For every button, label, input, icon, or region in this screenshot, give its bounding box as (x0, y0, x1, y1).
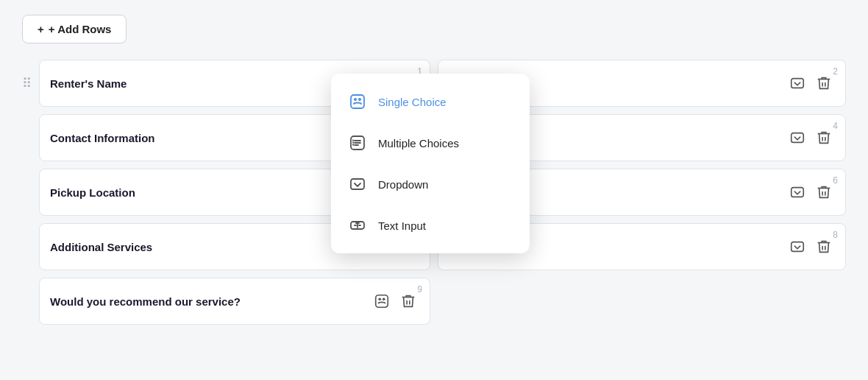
menu-item-single-choice[interactable]: Single Choice (331, 81, 530, 122)
svg-rect-19 (351, 95, 364, 108)
main-container: + + Add Rows ⠿ 1 Renter's Name (0, 0, 868, 347)
svg-rect-26 (351, 179, 364, 189)
svg-point-20 (354, 98, 357, 101)
field-actions-4 (786, 127, 835, 149)
field-number-2: 2 (833, 66, 838, 77)
svg-rect-7 (791, 133, 804, 143)
menu-label-text-input: Text Input (378, 219, 426, 232)
svg-point-18 (383, 298, 385, 300)
svg-rect-23 (352, 140, 354, 141)
svg-point-21 (358, 98, 361, 101)
delete-btn-8[interactable] (813, 236, 835, 258)
delete-btn-6[interactable] (813, 181, 835, 203)
type-dropdown-menu: Single Choice Multiple Choices (331, 74, 530, 253)
menu-label-single-choice: Single Choice (378, 96, 447, 108)
multiple-choices-icon (347, 133, 368, 153)
text-input-icon (347, 215, 368, 236)
field-label-7: Additional Services (50, 241, 365, 253)
plus-icon: + (38, 23, 44, 35)
menu-label-multiple-choices: Multiple Choices (378, 137, 459, 149)
field-label-1: Renter's Name (50, 77, 365, 90)
add-rows-label: + Add Rows (49, 23, 112, 35)
field-number-8: 8 (833, 230, 838, 240)
row-pair-5: ⠿ 9 Would you recommend our service? (22, 278, 846, 325)
field-type-btn-9[interactable] (371, 290, 393, 312)
svg-point-17 (378, 298, 381, 300)
delete-btn-4[interactable] (813, 127, 835, 149)
svg-rect-16 (376, 295, 388, 308)
field-card-9: 9 Would you recommend our service? (39, 278, 430, 325)
field-number-6: 6 (833, 175, 838, 186)
add-rows-button[interactable]: + + Add Rows (22, 15, 127, 43)
menu-item-multiple-choices[interactable]: Multiple Choices (331, 122, 530, 163)
field-number-4: 4 (833, 121, 838, 131)
field-number-9: 9 (417, 284, 422, 295)
field-actions-2 (786, 72, 835, 94)
svg-rect-15 (791, 242, 804, 252)
field-type-btn-6[interactable] (786, 181, 808, 203)
field-type-btn-8[interactable] (786, 236, 808, 258)
dropdown-icon (347, 174, 368, 194)
field-actions-9 (371, 290, 419, 312)
menu-item-text-input[interactable]: Text Input (331, 205, 530, 246)
field-type-btn-4[interactable] (786, 127, 808, 149)
field-actions-8 (786, 236, 835, 258)
svg-rect-25 (352, 144, 354, 146)
single-choice-icon (347, 91, 368, 112)
field-label-5: Pickup Location (50, 186, 365, 199)
menu-item-dropdown[interactable]: Dropdown (331, 163, 530, 205)
field-actions-6 (786, 181, 835, 203)
drag-handle-1[interactable]: ⠿ (22, 75, 30, 91)
svg-rect-11 (791, 188, 804, 197)
delete-btn-2[interactable] (813, 72, 835, 94)
delete-btn-9[interactable] (397, 290, 419, 312)
menu-label-dropdown: Dropdown (378, 178, 428, 191)
svg-rect-3 (791, 79, 804, 88)
field-label-9: Would you recommend our service? (50, 295, 365, 308)
field-label-3: Contact Information (50, 132, 365, 144)
field-type-btn-2[interactable] (786, 72, 808, 94)
svg-rect-24 (352, 142, 354, 144)
